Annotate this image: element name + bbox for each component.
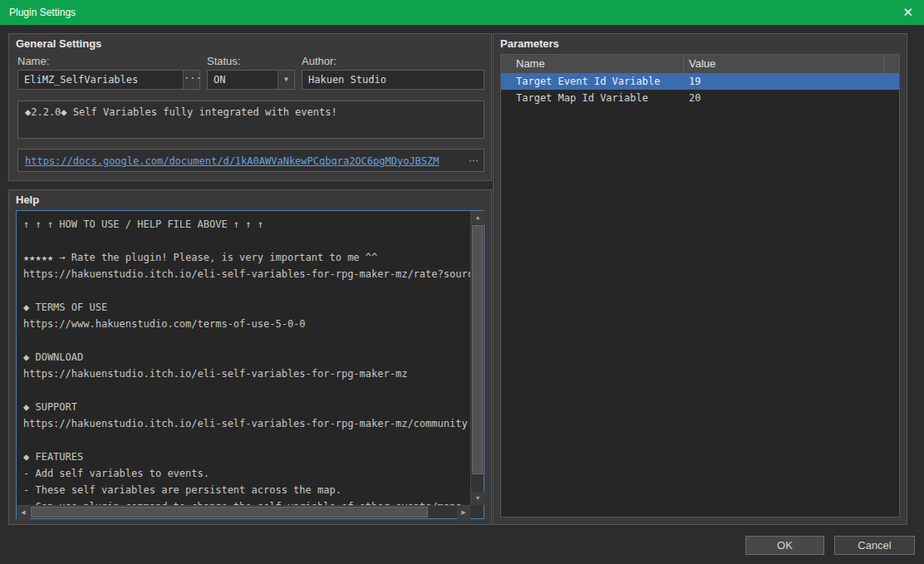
- param-name-cell: Target Event Id Variable: [501, 73, 684, 90]
- browse-button[interactable]: ···: [183, 71, 199, 89]
- scroll-down-icon[interactable]: ▼: [471, 492, 484, 505]
- parameters-table: Name Value Target Event Id Variable19Tar…: [500, 54, 900, 517]
- help-line: https://hakuenstudio.itch.io/eli-self-va…: [23, 266, 464, 282]
- param-name-cell: Target Map Id Variable: [501, 90, 684, 106]
- help-line: ◆ TERMS OF USE: [23, 299, 464, 316]
- help-line: https://hakuenstudio.itch.io/eli-self-va…: [23, 415, 464, 432]
- help-line: [23, 233, 464, 249]
- general-settings-title: General Settings: [16, 37, 101, 50]
- scroll-up-icon[interactable]: ▲: [471, 211, 484, 224]
- vertical-scrollbar[interactable]: ▲ ▼: [470, 211, 484, 505]
- description-box: ◆2.2.0◆ Self Variables fully integrated …: [17, 101, 484, 139]
- ok-button[interactable]: OK: [745, 536, 824, 555]
- status-select[interactable]: ON ▼: [207, 70, 295, 90]
- help-line: ◆ SUPPORT: [23, 399, 464, 415]
- dialog-body: General Settings Name: Status: Author: E…: [0, 25, 924, 564]
- help-line: ★★★★★ → Rate the plugin! Please, is very…: [23, 249, 464, 266]
- help-line: ◆ FEATURES: [23, 449, 464, 465]
- param-value-cell: 20: [684, 90, 884, 106]
- help-line: https://www.hakuenstudio.com/terms-of-us…: [23, 316, 464, 332]
- general-settings-group: General Settings Name: Status: Author: E…: [8, 33, 492, 181]
- help-line: - These self variables are persistent ac…: [23, 482, 464, 498]
- horizontal-scrollbar-thumb[interactable]: [31, 507, 428, 517]
- close-icon[interactable]: ✕: [902, 5, 913, 20]
- scroll-left-icon[interactable]: ◀: [17, 506, 30, 519]
- param-value-cell: 19: [684, 73, 884, 90]
- titlebar: Plugin Settings ✕: [0, 0, 924, 25]
- table-row[interactable]: Target Map Id Variable20: [501, 90, 899, 106]
- scroll-right-icon[interactable]: ▶: [457, 506, 470, 519]
- author-input[interactable]: Hakuen Studio: [302, 70, 484, 90]
- chevron-down-icon[interactable]: ▼: [278, 71, 294, 89]
- status-value: ON: [214, 74, 225, 86]
- author-label: Author:: [302, 55, 337, 67]
- table-header: Name Value: [501, 55, 899, 73]
- horizontal-scrollbar[interactable]: ◀ ▶: [17, 505, 470, 518]
- help-line: - Can use plugin command to change the s…: [23, 498, 464, 505]
- help-group: Help ↑ ↑ ↑ HOW TO USE / HELP FILE ABOVE …: [8, 189, 492, 525]
- param-extra-cell: [884, 90, 899, 106]
- parameters-title: Parameters: [500, 37, 559, 50]
- name-input[interactable]: EliMZ_SelfVariables ···: [17, 70, 200, 90]
- help-line: - Add self variables to events.: [23, 465, 464, 482]
- param-rows: Target Event Id Variable19Target Map Id …: [501, 73, 899, 106]
- plugin-settings-window: Plugin Settings ✕ General Settings Name:…: [0, 0, 924, 564]
- help-line: [23, 282, 464, 299]
- help-title: Help: [16, 194, 39, 206]
- status-label: Status:: [207, 55, 240, 67]
- column-header-value: Value: [684, 55, 884, 73]
- link-ellipsis: ···: [465, 150, 479, 171]
- help-line: [23, 332, 464, 349]
- help-line: [23, 382, 464, 399]
- column-header-extra: [884, 55, 899, 73]
- author-value: Hakuen Studio: [308, 74, 386, 86]
- param-extra-cell: [884, 73, 899, 90]
- name-value: EliMZ_SelfVariables: [24, 74, 138, 86]
- scrollbar-corner: [470, 505, 484, 518]
- help-line: https://hakuenstudio.itch.io/eli-self-va…: [23, 365, 464, 382]
- link-box: https://docs.google.com/document/d/1kA0A…: [17, 149, 484, 172]
- parameters-group: Parameters Name Value Target Event Id Va…: [493, 33, 907, 525]
- table-row[interactable]: Target Event Id Variable19: [501, 73, 899, 90]
- vertical-scrollbar-thumb[interactable]: [472, 225, 483, 474]
- doc-link[interactable]: https://docs.google.com/document/d/1kA0A…: [25, 155, 440, 167]
- help-line: ◆ DOWNLOAD: [23, 349, 464, 365]
- help-textarea[interactable]: ↑ ↑ ↑ HOW TO USE / HELP FILE ABOVE ↑ ↑ ↑…: [16, 210, 484, 519]
- column-header-name: Name: [501, 55, 684, 73]
- help-line: ↑ ↑ ↑ HOW TO USE / HELP FILE ABOVE ↑ ↑ ↑: [23, 216, 464, 233]
- help-text: ↑ ↑ ↑ HOW TO USE / HELP FILE ABOVE ↑ ↑ ↑…: [17, 211, 470, 505]
- name-label: Name:: [17, 55, 49, 67]
- help-line: [23, 432, 464, 449]
- window-title: Plugin Settings: [9, 7, 76, 18]
- cancel-button[interactable]: Cancel: [834, 536, 915, 555]
